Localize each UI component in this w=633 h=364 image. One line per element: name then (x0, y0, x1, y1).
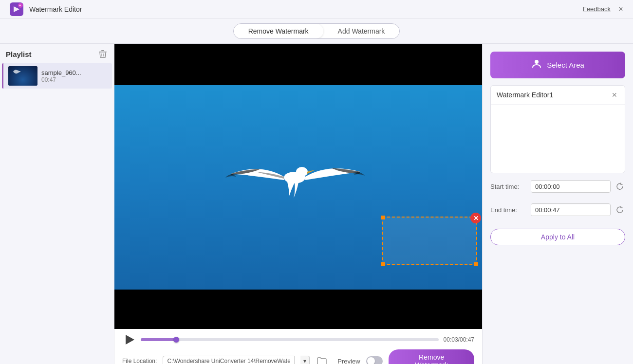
bird-image (222, 134, 368, 212)
sidebar-header: Playlist (0, 49, 114, 63)
browse-folder-button[interactable] (316, 355, 328, 364)
playlist-title: Playlist (6, 50, 32, 58)
watermark-card-body (491, 105, 625, 173)
file-path-dropdown[interactable]: ▾ (300, 356, 310, 364)
svg-rect-4 (101, 50, 104, 51)
apply-to-all-button[interactable]: Apply to All (490, 229, 625, 245)
toggle-knob (367, 357, 375, 364)
handle-bottom-right[interactable] (474, 262, 478, 266)
person-icon (531, 58, 542, 72)
playlist-item-info: sample_960... 00:47 (41, 69, 81, 83)
svg-point-8 (296, 167, 308, 177)
svg-rect-3 (99, 52, 107, 53)
play-icon (126, 335, 134, 345)
title-bar-left: + Watermark Editor (8, 0, 82, 18)
preview-label: Preview (337, 358, 360, 364)
title-bar: + Watermark Editor Feedback × (0, 0, 633, 18)
start-time-label: Start time: (490, 183, 527, 190)
progress-bar[interactable] (141, 338, 439, 341)
tab-bar: Remove Watermark Add Watermark (0, 18, 633, 44)
progress-filled (141, 338, 176, 341)
right-panel: Select Area Watermark Editor1 ✕ Start ti… (482, 44, 633, 364)
video-controls: 00:03/00:47 File Location: ▾ Preview Rem… (114, 329, 482, 364)
end-time-refresh[interactable] (614, 204, 625, 215)
selection-box[interactable]: ✕ (382, 217, 477, 265)
playlist-thumbnail (8, 66, 37, 86)
svg-text:+: + (19, 4, 21, 7)
select-area-label: Select Area (547, 61, 584, 69)
main-layout: Playlist sample_960... 00:47 (0, 44, 633, 364)
video-black-top (114, 44, 482, 85)
file-location-label: File Location: (122, 358, 157, 364)
file-path-input[interactable] (163, 356, 295, 364)
end-time-row: End time: ▲ ▼ (490, 203, 625, 216)
tab-remove-watermark[interactable]: Remove Watermark (234, 24, 323, 38)
handle-top-left[interactable] (381, 216, 385, 219)
preview-toggle[interactable] (366, 356, 383, 364)
title-bar-right: Feedback × (583, 5, 625, 14)
app-title: Watermark Editor (29, 5, 82, 13)
video-blue-mid: ✕ (114, 85, 482, 290)
svg-point-9 (535, 60, 539, 64)
watermark-card-close[interactable]: ✕ (610, 91, 619, 99)
feedback-link[interactable]: Feedback (583, 5, 611, 13)
delete-playlist-icon[interactable] (97, 49, 108, 59)
play-button[interactable] (122, 333, 136, 346)
remove-watermark-button[interactable]: Remove Watermark (389, 349, 474, 364)
tab-add-watermark[interactable]: Add Watermark (323, 24, 400, 38)
video-black-bottom (114, 290, 482, 329)
end-time-input[interactable] (531, 204, 611, 216)
start-time-row: Start time: ▲ ▼ (490, 180, 625, 193)
sidebar: Playlist sample_960... 00:47 (0, 44, 114, 364)
tab-group: Remove Watermark Add Watermark (233, 23, 400, 39)
end-time-label: End time: (490, 206, 527, 214)
playlist-item[interactable]: sample_960... 00:47 (2, 63, 112, 89)
time-display: 00:03/00:47 (444, 336, 474, 343)
end-time-input-group: ▲ ▼ (531, 203, 611, 216)
close-button[interactable]: × (616, 5, 625, 14)
controls-bottom-row: File Location: ▾ Preview Remove Watermar… (122, 348, 474, 364)
watermark-card-title: Watermark Editor1 (497, 91, 553, 99)
progress-thumb[interactable] (173, 337, 179, 343)
start-time-input-group: ▲ ▼ (531, 180, 611, 193)
video-canvas: ✕ (114, 44, 482, 329)
selection-close-button[interactable]: ✕ (470, 213, 481, 223)
playlist-item-duration: 00:47 (41, 76, 81, 83)
playlist-item-name: sample_960... (41, 69, 81, 76)
start-time-refresh[interactable] (614, 181, 625, 192)
video-area: ✕ 00:03/00:47 File Location: ▾ (114, 44, 482, 364)
watermark-card-header: Watermark Editor1 ✕ (491, 86, 625, 105)
watermark-editor-card: Watermark Editor1 ✕ (490, 85, 625, 173)
app-logo: + (8, 0, 25, 18)
handle-bottom-left[interactable] (381, 262, 385, 266)
start-time-input[interactable] (531, 181, 611, 192)
select-area-button[interactable]: Select Area (490, 52, 625, 78)
playback-row: 00:03/00:47 (122, 333, 474, 346)
